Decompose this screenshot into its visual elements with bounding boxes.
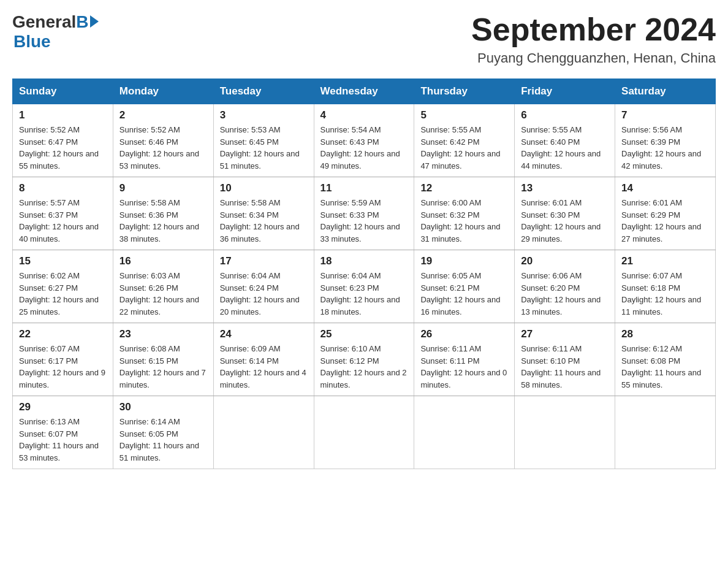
- calendar-cell: [515, 396, 615, 469]
- location-title: Puyang Chengguanzhen, Henan, China: [471, 50, 716, 66]
- calendar-cell: 24Sunrise: 6:09 AMSunset: 6:14 PMDayligh…: [213, 323, 314, 396]
- col-wednesday: Wednesday: [314, 79, 414, 104]
- day-info: Sunrise: 6:10 AMSunset: 6:12 PMDaylight:…: [320, 343, 408, 391]
- day-number: 30: [119, 401, 207, 413]
- calendar-table: Sunday Monday Tuesday Wednesday Thursday…: [12, 79, 716, 469]
- calendar-cell: 8Sunrise: 5:57 AMSunset: 6:37 PMDaylight…: [13, 177, 113, 250]
- col-saturday: Saturday: [615, 79, 716, 104]
- day-number: 15: [19, 255, 107, 267]
- day-info: Sunrise: 6:12 AMSunset: 6:08 PMDaylight:…: [621, 343, 709, 391]
- day-number: 8: [19, 182, 107, 194]
- calendar-cell: 27Sunrise: 6:11 AMSunset: 6:10 PMDayligh…: [515, 323, 615, 396]
- calendar-cell: 5Sunrise: 5:55 AMSunset: 6:42 PMDaylight…: [414, 104, 515, 177]
- day-number: 3: [220, 109, 308, 121]
- calendar-cell: [314, 396, 414, 469]
- day-info: Sunrise: 6:01 AMSunset: 6:29 PMDaylight:…: [621, 197, 709, 245]
- day-number: 11: [320, 182, 408, 194]
- col-friday: Friday: [515, 79, 615, 104]
- day-info: Sunrise: 6:09 AMSunset: 6:14 PMDaylight:…: [220, 343, 308, 391]
- day-number: 14: [621, 182, 709, 194]
- calendar-cell: 17Sunrise: 6:04 AMSunset: 6:24 PMDayligh…: [213, 250, 314, 323]
- calendar-cell: 16Sunrise: 6:03 AMSunset: 6:26 PMDayligh…: [113, 250, 213, 323]
- calendar-cell: 7Sunrise: 5:56 AMSunset: 6:39 PMDaylight…: [615, 104, 716, 177]
- day-info: Sunrise: 5:58 AMSunset: 6:36 PMDaylight:…: [119, 197, 207, 245]
- day-number: 1: [19, 109, 107, 121]
- col-sunday: Sunday: [13, 79, 113, 104]
- calendar-cell: 28Sunrise: 6:12 AMSunset: 6:08 PMDayligh…: [615, 323, 716, 396]
- calendar-cell: 14Sunrise: 6:01 AMSunset: 6:29 PMDayligh…: [615, 177, 716, 250]
- calendar-cell: 4Sunrise: 5:54 AMSunset: 6:43 PMDaylight…: [314, 104, 414, 177]
- calendar-cell: 22Sunrise: 6:07 AMSunset: 6:17 PMDayligh…: [13, 323, 113, 396]
- day-info: Sunrise: 6:13 AMSunset: 6:07 PMDaylight:…: [19, 416, 107, 464]
- day-info: Sunrise: 5:56 AMSunset: 6:39 PMDaylight:…: [621, 124, 709, 172]
- day-info: Sunrise: 6:05 AMSunset: 6:21 PMDaylight:…: [420, 270, 508, 318]
- calendar-cell: 3Sunrise: 5:53 AMSunset: 6:45 PMDaylight…: [213, 104, 314, 177]
- day-info: Sunrise: 5:55 AMSunset: 6:42 PMDaylight:…: [420, 124, 508, 172]
- calendar-cell: 30Sunrise: 6:14 AMSunset: 6:05 PMDayligh…: [113, 396, 213, 469]
- col-monday: Monday: [113, 79, 213, 104]
- calendar-cell: [414, 396, 515, 469]
- calendar-row: 15Sunrise: 6:02 AMSunset: 6:27 PMDayligh…: [13, 250, 716, 323]
- calendar-cell: [615, 396, 716, 469]
- calendar-row: 8Sunrise: 5:57 AMSunset: 6:37 PMDaylight…: [13, 177, 716, 250]
- calendar-row: 1Sunrise: 5:52 AMSunset: 6:47 PMDaylight…: [13, 104, 716, 177]
- calendar-row: 22Sunrise: 6:07 AMSunset: 6:17 PMDayligh…: [13, 323, 716, 396]
- calendar-cell: 29Sunrise: 6:13 AMSunset: 6:07 PMDayligh…: [13, 396, 113, 469]
- calendar-cell: 11Sunrise: 5:59 AMSunset: 6:33 PMDayligh…: [314, 177, 414, 250]
- day-info: Sunrise: 6:04 AMSunset: 6:23 PMDaylight:…: [320, 270, 408, 318]
- day-info: Sunrise: 6:11 AMSunset: 6:11 PMDaylight:…: [420, 343, 508, 391]
- day-number: 29: [19, 401, 107, 413]
- day-info: Sunrise: 5:53 AMSunset: 6:45 PMDaylight:…: [220, 124, 308, 172]
- day-number: 18: [320, 255, 408, 267]
- day-number: 6: [521, 109, 609, 121]
- day-info: Sunrise: 5:59 AMSunset: 6:33 PMDaylight:…: [320, 197, 408, 245]
- day-number: 2: [119, 109, 207, 121]
- day-number: 28: [621, 328, 709, 340]
- calendar-cell: 2Sunrise: 5:52 AMSunset: 6:46 PMDaylight…: [113, 104, 213, 177]
- day-number: 10: [220, 182, 308, 194]
- calendar-cell: 10Sunrise: 5:58 AMSunset: 6:34 PMDayligh…: [213, 177, 314, 250]
- day-info: Sunrise: 6:11 AMSunset: 6:10 PMDaylight:…: [521, 343, 609, 391]
- day-info: Sunrise: 6:14 AMSunset: 6:05 PMDaylight:…: [119, 416, 207, 464]
- day-number: 17: [220, 255, 308, 267]
- day-number: 21: [621, 255, 709, 267]
- day-number: 5: [420, 109, 508, 121]
- day-info: Sunrise: 6:00 AMSunset: 6:32 PMDaylight:…: [420, 197, 508, 245]
- calendar-cell: 23Sunrise: 6:08 AMSunset: 6:15 PMDayligh…: [113, 323, 213, 396]
- calendar-cell: 13Sunrise: 6:01 AMSunset: 6:30 PMDayligh…: [515, 177, 615, 250]
- day-info: Sunrise: 6:06 AMSunset: 6:20 PMDaylight:…: [521, 270, 609, 318]
- day-info: Sunrise: 6:01 AMSunset: 6:30 PMDaylight:…: [521, 197, 609, 245]
- calendar-cell: 26Sunrise: 6:11 AMSunset: 6:11 PMDayligh…: [414, 323, 515, 396]
- day-info: Sunrise: 5:58 AMSunset: 6:34 PMDaylight:…: [220, 197, 308, 245]
- month-title: September 2024: [471, 12, 716, 47]
- day-number: 23: [119, 328, 207, 340]
- logo: General B Blue: [12, 12, 99, 52]
- calendar-cell: 1Sunrise: 5:52 AMSunset: 6:47 PMDaylight…: [13, 104, 113, 177]
- calendar-cell: 9Sunrise: 5:58 AMSunset: 6:36 PMDaylight…: [113, 177, 213, 250]
- day-number: 16: [119, 255, 207, 267]
- day-info: Sunrise: 5:57 AMSunset: 6:37 PMDaylight:…: [19, 197, 107, 245]
- calendar-cell: 21Sunrise: 6:07 AMSunset: 6:18 PMDayligh…: [615, 250, 716, 323]
- header-row: Sunday Monday Tuesday Wednesday Thursday…: [13, 79, 716, 104]
- day-number: 25: [320, 328, 408, 340]
- day-number: 19: [420, 255, 508, 267]
- day-info: Sunrise: 5:52 AMSunset: 6:47 PMDaylight:…: [19, 124, 107, 172]
- calendar-row: 29Sunrise: 6:13 AMSunset: 6:07 PMDayligh…: [13, 396, 716, 469]
- calendar-cell: 25Sunrise: 6:10 AMSunset: 6:12 PMDayligh…: [314, 323, 414, 396]
- calendar-cell: 12Sunrise: 6:00 AMSunset: 6:32 PMDayligh…: [414, 177, 515, 250]
- calendar-cell: 15Sunrise: 6:02 AMSunset: 6:27 PMDayligh…: [13, 250, 113, 323]
- day-number: 12: [420, 182, 508, 194]
- day-number: 7: [621, 109, 709, 121]
- page-header: General B Blue September 2024 Puyang Che…: [12, 12, 716, 66]
- logo-blue-text: Blue: [13, 32, 51, 52]
- calendar-cell: [213, 396, 314, 469]
- logo-triangle-icon: [90, 15, 99, 28]
- col-thursday: Thursday: [414, 79, 515, 104]
- day-info: Sunrise: 6:02 AMSunset: 6:27 PMDaylight:…: [19, 270, 107, 318]
- logo-b-letter: B: [76, 12, 88, 32]
- calendar-cell: 19Sunrise: 6:05 AMSunset: 6:21 PMDayligh…: [414, 250, 515, 323]
- day-number: 26: [420, 328, 508, 340]
- day-info: Sunrise: 6:07 AMSunset: 6:17 PMDaylight:…: [19, 343, 107, 391]
- day-number: 9: [119, 182, 207, 194]
- calendar-cell: 20Sunrise: 6:06 AMSunset: 6:20 PMDayligh…: [515, 250, 615, 323]
